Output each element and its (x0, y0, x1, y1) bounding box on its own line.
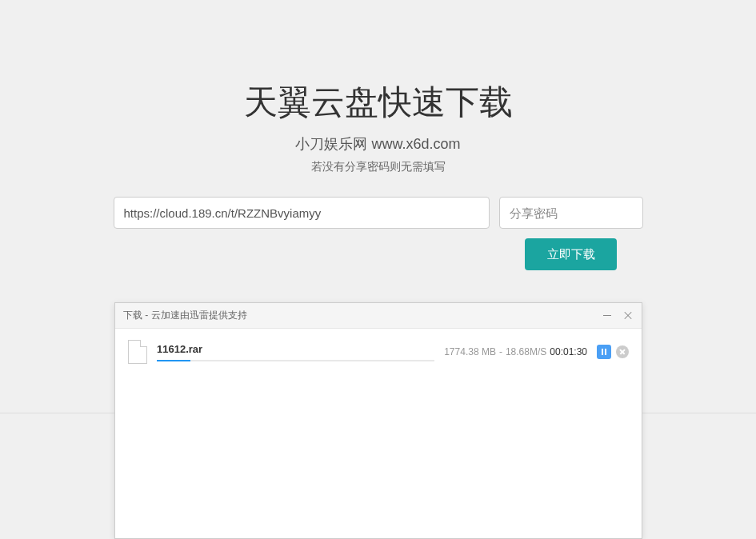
download-speed: 18.68M/S (506, 346, 546, 357)
window-title: 下载 - 云加速由迅雷提供支持 (123, 309, 247, 322)
file-size: 1774.38 MB (444, 346, 496, 357)
minimize-icon (603, 315, 611, 316)
progress-fill (157, 360, 190, 361)
input-row (0, 197, 756, 229)
close-button[interactable] (622, 310, 634, 321)
time-remaining: 00:01:30 (550, 346, 587, 357)
download-stats: 1774.38 MB - 18.68M/S 00:01:30 (444, 346, 587, 357)
pause-icon (602, 349, 606, 355)
file-icon (128, 340, 147, 364)
button-row: 立即下载 (0, 238, 756, 270)
page-title: 天翼云盘快速下载 (0, 80, 756, 125)
main-content: 天翼云盘快速下载 小刀娱乐网 www.x6d.com 若没有分享密码则无需填写 … (0, 0, 756, 270)
window-controls (602, 310, 634, 321)
download-manager-window: 下载 - 云加速由迅雷提供支持 11612.rar 1774.38 MB - 1… (114, 302, 642, 539)
page-subtitle: 小刀娱乐网 www.x6d.com (0, 134, 756, 154)
hint-text: 若没有分享密码则无需填写 (0, 160, 756, 174)
item-controls (597, 345, 629, 359)
cancel-button[interactable] (616, 345, 629, 358)
stats-separator: - (499, 346, 502, 357)
minimize-button[interactable] (602, 310, 613, 321)
pause-button[interactable] (597, 345, 611, 359)
progress-bar (157, 360, 434, 361)
share-url-input[interactable] (114, 197, 490, 229)
download-item: 11612.rar 1774.38 MB - 18.68M/S 00:01:30 (115, 329, 642, 375)
file-name: 11612.rar (157, 343, 434, 355)
close-icon (623, 311, 633, 321)
download-button[interactable]: 立即下载 (525, 238, 617, 270)
window-titlebar[interactable]: 下载 - 云加速由迅雷提供支持 (115, 303, 642, 329)
share-password-input[interactable] (499, 197, 643, 229)
file-info: 11612.rar (157, 343, 434, 361)
